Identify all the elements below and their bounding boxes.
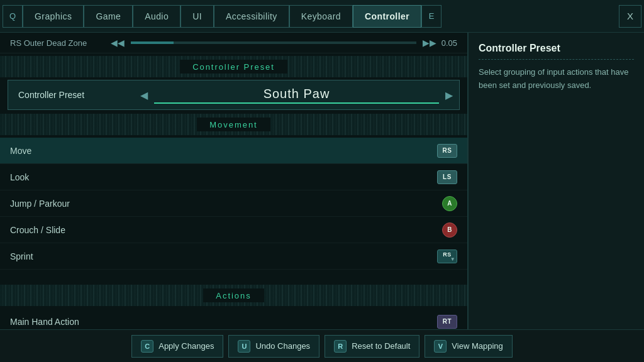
right-panel-title: Controller Preset <box>479 43 634 60</box>
close-button[interactable]: X <box>619 5 641 28</box>
setting-row-jump[interactable]: Jump / Parkour A <box>0 190 467 217</box>
tab-controller[interactable]: Controller <box>353 5 421 28</box>
actions-section-label: Actions <box>216 291 251 300</box>
tab-ui[interactable]: UI <box>180 5 214 28</box>
view-key-icon: V <box>434 340 447 353</box>
badge-crouch: B <box>442 222 457 238</box>
undo-changes-label: Undo Changes <box>255 341 310 351</box>
preset-value: South Paw <box>154 87 439 104</box>
movement-header: Movement <box>0 114 467 135</box>
right-panel: Controller Preset Select grouping of inp… <box>468 33 644 329</box>
setting-name-move: Move <box>10 146 437 156</box>
setting-row-look[interactable]: Look LS <box>0 164 467 190</box>
deadzone-left-arrow[interactable]: ◀◀ <box>111 38 125 48</box>
undo-changes-button[interactable]: U Undo Changes <box>228 335 319 358</box>
badge-sprint: RS <box>437 250 457 263</box>
controller-preset-section-label: Controller Preset <box>192 62 275 72</box>
undo-key-icon: U <box>238 340 250 353</box>
deadzone-label: RS Outer Dead Zone <box>10 38 111 48</box>
deadzone-row: RS Outer Dead Zone ◀◀ ▶▶ 0.05 <box>0 33 467 53</box>
deadzone-right-arrow[interactable]: ▶▶ <box>423 38 436 48</box>
reset-key-icon: R <box>334 340 347 353</box>
preset-selector[interactable]: Controller Preset ◀ South Paw ▶ <box>8 80 460 110</box>
setting-row-sprint[interactable]: Sprint RS <box>0 243 467 270</box>
badge-main-hand: RT <box>437 315 457 329</box>
setting-name-main-hand: Main Hand Action <box>10 317 437 327</box>
setting-name-sprint: Sprint <box>10 251 437 261</box>
apply-changes-button[interactable]: C Apply Changes <box>131 335 223 358</box>
preset-next-arrow[interactable]: ▶ <box>439 89 459 101</box>
setting-row-crouch[interactable]: Crouch / Slide B <box>0 217 467 243</box>
tab-keyboard[interactable]: Keyboard <box>289 5 353 28</box>
setting-name-look: Look <box>10 172 437 182</box>
movement-list: Move RS Look LS Jump / Parkour A Crouch … <box>0 138 467 270</box>
controller-preset-header: Controller Preset <box>0 56 467 77</box>
tab-accessibility[interactable]: Accessibility <box>214 5 289 28</box>
movement-section-label: Movement <box>209 120 257 129</box>
setting-name-crouch: Crouch / Slide <box>10 225 442 235</box>
badge-jump: A <box>442 196 457 211</box>
actions-list: Main Hand Action RT <box>0 309 467 329</box>
right-panel-description: Select grouping of input actions that ha… <box>479 66 634 92</box>
view-mapping-label: View Mapping <box>452 341 502 351</box>
setting-row-move[interactable]: Move RS <box>0 138 467 164</box>
setting-row-main-hand[interactable]: Main Hand Action RT <box>0 309 467 329</box>
bottom-bar: C Apply Changes U Undo Changes R Reset t… <box>0 329 644 362</box>
tab-graphics[interactable]: Graphics <box>23 5 84 28</box>
actions-header: Actions <box>0 285 467 306</box>
tab-game[interactable]: Game <box>84 5 133 28</box>
deadzone-slider[interactable] <box>131 41 416 44</box>
badge-move: RS <box>437 144 457 158</box>
badge-look: LS <box>437 170 457 184</box>
apply-key-icon: C <box>141 340 153 353</box>
nav-right-bracket: E <box>421 5 441 28</box>
nav-bar: Q Graphics Game Audio UI Accessibility K… <box>0 0 644 33</box>
main-layout: RS Outer Dead Zone ◀◀ ▶▶ 0.05 Controller… <box>0 33 644 329</box>
reset-default-label: Reset to Default <box>352 341 410 351</box>
tab-audio[interactable]: Audio <box>133 5 180 28</box>
setting-name-jump: Jump / Parkour <box>10 199 442 209</box>
preset-prev-arrow[interactable]: ◀ <box>134 89 154 101</box>
preset-label: Controller Preset <box>8 90 134 100</box>
view-mapping-button[interactable]: V View Mapping <box>425 335 512 358</box>
apply-changes-label: Apply Changes <box>158 341 214 351</box>
reset-default-button[interactable]: R Reset to Default <box>325 335 419 358</box>
deadzone-value: 0.05 <box>441 38 457 48</box>
nav-left-bracket: Q <box>3 5 23 28</box>
left-panel: RS Outer Dead Zone ◀◀ ▶▶ 0.05 Controller… <box>0 33 468 329</box>
